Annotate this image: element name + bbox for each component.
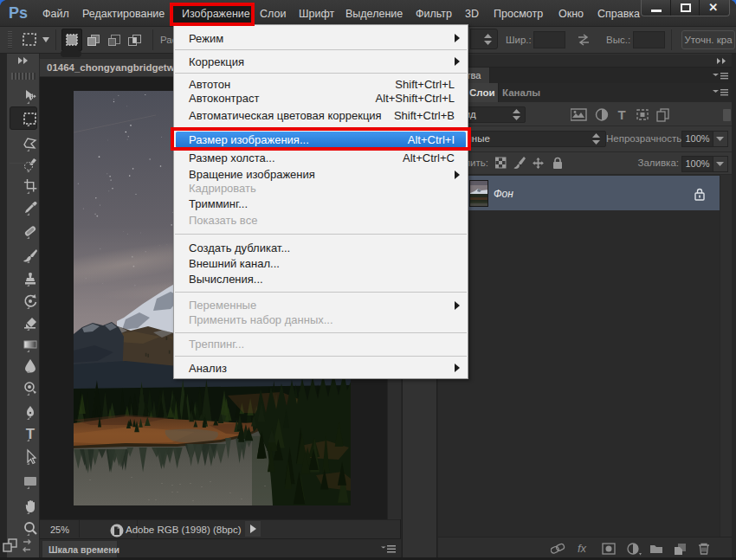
svg-text:T: T [26, 426, 36, 442]
svg-text:fx: fx [578, 542, 587, 555]
svg-text:T: T [617, 108, 625, 122]
